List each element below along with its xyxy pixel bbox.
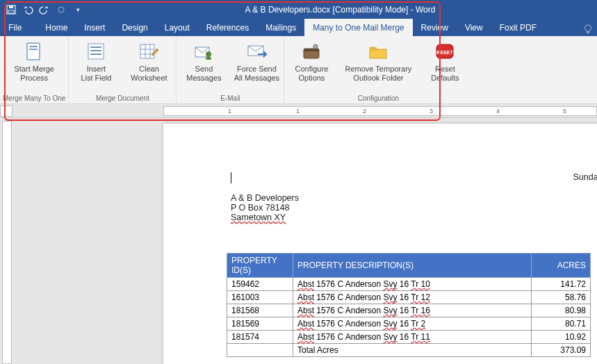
cell-total-label: Total Acres	[293, 344, 532, 357]
cell-id: 159462	[227, 278, 293, 291]
svg-rect-10	[90, 50, 101, 51]
save-icon[interactable]	[6, 4, 17, 15]
col-desc: PROPERTY DESCRIPTION(S)	[293, 254, 532, 278]
group-configuration: ConfigureOptions Remove TemporaryOutlook…	[284, 36, 472, 104]
svg-rect-9	[90, 47, 101, 48]
svg-text:RESET: RESET	[437, 50, 454, 55]
envelope-user-icon	[193, 40, 215, 63]
svg-point-18	[206, 51, 211, 57]
ruler-horizontal[interactable]: 1 1 2 3 4 5	[0, 104, 597, 118]
svg-rect-25	[370, 47, 377, 51]
cell-acres: 10.92	[532, 331, 591, 344]
clean-worksheet-button[interactable]: CleanWorksheet	[124, 39, 173, 83]
cell-acres: 141.72	[532, 278, 591, 291]
cell-total-value: 373.09	[532, 344, 591, 357]
list-icon	[85, 40, 107, 63]
svg-rect-2	[8, 10, 14, 13]
text-cursor	[231, 172, 231, 183]
table-header-row: PROPERTY ID(S) PROPERTY DESCRIPTION(S) A…	[227, 254, 591, 278]
page[interactable]: Sunday, 9 April 20 A & B Developers P O …	[163, 124, 597, 364]
addr-line: Sametown XY	[231, 213, 299, 222]
cmd-label: SendMessages	[186, 65, 221, 83]
tab-view[interactable]: View	[457, 19, 491, 36]
tab-many-to-one-mail-merge[interactable]: Many to One Mail Merge	[304, 19, 412, 36]
remove-temporary-outlook-folder-button[interactable]: Remove TemporaryOutlook Folder	[340, 39, 416, 83]
undo-icon[interactable]	[22, 4, 33, 15]
worksheet-pencil-icon	[138, 40, 160, 63]
svg-rect-12	[140, 44, 154, 58]
cell-desc: Abst 1576 C Anderson Svy 16 Tr 11	[293, 331, 532, 344]
table-row: 159462Abst 1576 C Anderson Svy 16 Tr 101…	[227, 278, 591, 291]
group-label: E-Mail	[220, 93, 240, 102]
titlebar: ▾ A & B Developers.docx [Compatibility M…	[0, 0, 597, 19]
force-send-all-messages-button[interactable]: Force SendAll Messages	[232, 39, 281, 83]
tab-references[interactable]: References	[198, 19, 257, 36]
table-row: 181569Abst 1576 C Anderson Svy 16 Tr 280…	[227, 317, 591, 331]
addr-line: P O Box 78148	[231, 203, 299, 213]
col-id: PROPERTY ID(S)	[227, 254, 293, 278]
tab-insert[interactable]: Insert	[76, 19, 113, 36]
svg-rect-11	[90, 53, 101, 55]
svg-rect-19	[206, 57, 211, 60]
redo-icon[interactable]	[39, 4, 50, 15]
tab-review[interactable]: Review	[413, 19, 457, 36]
reset-icon: RESET	[434, 40, 456, 63]
svg-rect-4	[587, 32, 589, 33]
cell-acres: 80.98	[532, 304, 591, 317]
qat-dropdown-icon[interactable]: ▾	[72, 4, 83, 15]
tab-home[interactable]: Home	[37, 19, 76, 36]
touch-mode-icon[interactable]	[56, 4, 67, 15]
spell-error: Sametown XY	[231, 213, 286, 222]
send-messages-button[interactable]: SendMessages	[179, 39, 228, 83]
ruler-corner	[0, 106, 13, 117]
cell-id	[227, 344, 293, 357]
insert-list-field-button[interactable]: InsertList Field	[72, 39, 120, 83]
doc-date: Sunday, 9 April 20	[573, 172, 597, 182]
svg-rect-6	[29, 46, 38, 47]
group-merge-document: InsertList Field CleanWorksheet Merge Do…	[69, 36, 177, 104]
table-row: 181568Abst 1576 C Anderson Svy 16 Tr 168…	[227, 304, 591, 317]
svg-point-24	[315, 46, 316, 47]
cmd-label: Start MergeProcess	[14, 65, 54, 83]
address-block: A & B Developers P O Box 78148 Sametown …	[231, 193, 299, 222]
cell-desc: Abst 1576 C Anderson Svy 16 Tr 12	[293, 291, 532, 304]
cell-id: 161003	[227, 291, 293, 304]
addr-line: A & B Developers	[231, 193, 299, 203]
svg-rect-1	[9, 6, 13, 8]
document-area[interactable]: Sunday, 9 April 20 A & B Developers P O …	[0, 118, 597, 364]
group-merge-many-to-one: Start MergeProcess Merge Many To One	[0, 36, 69, 104]
reset-defaults-button[interactable]: RESET ResetDefaults	[420, 39, 469, 83]
cmd-label: ResetDefaults	[431, 65, 459, 83]
property-table: PROPERTY ID(S) PROPERTY DESCRIPTION(S) A…	[227, 253, 591, 357]
svg-rect-7	[29, 49, 38, 50]
envelope-arrow-icon	[245, 40, 268, 63]
cmd-label: CleanWorksheet	[131, 65, 167, 83]
group-label: Configuration	[358, 93, 399, 102]
cell-desc: Abst 1576 C Anderson Svy 16 Tr 2	[293, 317, 532, 331]
tab-mailings[interactable]: Mailings	[257, 19, 304, 36]
cell-acres: 58.76	[532, 291, 591, 304]
toolbox-gear-icon	[300, 40, 322, 63]
svg-rect-5	[27, 43, 40, 60]
quick-access-toolbar: ▾	[0, 4, 83, 15]
cell-acres: 80.71	[532, 317, 591, 331]
table-row: 181574Abst 1576 C Anderson Svy 16 Tr 111…	[227, 331, 591, 344]
cell-desc: Abst 1576 C Anderson Svy 16 Tr 10	[293, 278, 532, 291]
group-label: Merge Many To One	[3, 93, 65, 102]
cell-id: 181569	[227, 317, 293, 331]
ruler-vertical[interactable]	[0, 118, 14, 364]
page-icon	[23, 40, 45, 63]
col-acres: ACRES	[532, 254, 591, 278]
tab-file[interactable]: File	[0, 19, 30, 36]
cell-desc: Abst 1576 C Anderson Svy 16 Tr 16	[293, 304, 532, 317]
tab-layout[interactable]: Layout	[156, 19, 198, 36]
configure-options-button[interactable]: ConfigureOptions	[287, 39, 336, 83]
svg-rect-22	[304, 49, 319, 51]
tab-design[interactable]: Design	[113, 19, 156, 36]
start-merge-process-button[interactable]: Start MergeProcess	[10, 39, 58, 83]
cmd-label: InsertList Field	[81, 65, 111, 83]
tell-me-icon[interactable]	[583, 24, 597, 36]
table-row-total: Total Acres373.09	[227, 344, 591, 357]
ribbon-tabs: File Home Insert Design Layout Reference…	[0, 19, 597, 36]
tab-foxit-pdf[interactable]: Foxit PDF	[491, 19, 545, 36]
